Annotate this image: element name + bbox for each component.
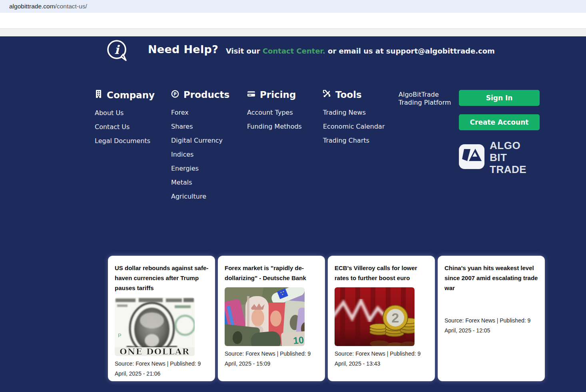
svg-text:P: P	[173, 92, 176, 96]
company-column-title: Company	[107, 90, 155, 100]
algobittrade-logo[interactable]: ALGO BITTRADE	[459, 139, 540, 175]
svg-text:P: P	[118, 332, 122, 338]
pricing-column-header: Pricing	[247, 90, 302, 100]
building-icon	[95, 90, 102, 100]
news-card-title[interactable]: US dollar rebounds against safe-haven cu…	[115, 263, 209, 293]
company-column-header: Company	[95, 90, 155, 100]
footer-link-forex[interactable]: Forex	[171, 109, 229, 116]
footer-column-tools: Tools Trading News Economic Calendar Tra…	[323, 90, 385, 151]
footer-link-shares[interactable]: Shares	[171, 123, 229, 130]
logo-line-1: ALGO BIT	[490, 139, 520, 163]
footer-link-digital-currency[interactable]: Digital Currency	[171, 137, 229, 144]
news-card-source: Source: Forex News | Published: 9 April,…	[335, 349, 429, 369]
news-card-source: Source: Forex News | Published: 9 April,…	[225, 349, 319, 369]
circle-p-icon: P	[171, 90, 179, 100]
news-card-forex-market[interactable]: Forex market is "rapidly de-dollarizing"…	[218, 256, 325, 381]
footer-link-funding-methods[interactable]: Funding Methods	[247, 123, 302, 130]
footer-link-agriculture[interactable]: Agriculture	[171, 193, 229, 200]
footer-link-contact-us[interactable]: Contact Us	[95, 124, 155, 130]
footer-link-indices[interactable]: Indices	[171, 151, 229, 158]
note-ten-numeral: 10	[293, 334, 304, 346]
algobittrade-logo-text: ALGO BITTRADE	[490, 139, 540, 175]
help-text-pre: Visit our	[226, 47, 260, 55]
news-card-china-yuan[interactable]: China's yuan hits weakest level since 20…	[438, 256, 545, 381]
products-column-title: Products	[183, 90, 229, 100]
logo-line-2: TRADE	[490, 163, 526, 175]
platform-label: AlgoBitTrade Trading Platform	[399, 91, 458, 107]
footer-link-legal-documents[interactable]: Legal Documents	[95, 138, 155, 144]
news-card-title[interactable]: ECB's Villeroy calls for lower rates to …	[335, 263, 429, 283]
svg-text:i: i	[114, 43, 120, 57]
rolled-currency-notes-image: 10	[225, 287, 305, 346]
pricing-column-title: Pricing	[260, 90, 296, 100]
tools-icon	[323, 90, 331, 100]
news-card-ecb-villeroy[interactable]: ECB's Villeroy calls for lower rates to …	[328, 256, 435, 381]
need-help-heading: Need Help?	[148, 43, 218, 56]
news-card-title[interactable]: Forex market is "rapidly de-dollarizing"…	[225, 263, 319, 283]
news-card-title[interactable]: China's yuan hits weakest level since 20…	[444, 263, 538, 293]
news-card-row: US dollar rebounds against safe-haven cu…	[108, 256, 545, 381]
footer-link-trading-news[interactable]: Trading News	[323, 109, 385, 116]
footer-link-energies[interactable]: Energies	[171, 165, 229, 172]
url-bar[interactable]: algobittrade.com/contact-us/	[0, 0, 586, 13]
footer-link-economic-calendar[interactable]: Economic Calendar	[323, 123, 385, 130]
create-account-button[interactable]: Create Account	[459, 114, 540, 130]
footer-link-about-us[interactable]: About Us	[95, 110, 155, 116]
footer-link-trading-charts[interactable]: Trading Charts	[323, 137, 385, 144]
news-card-source: Source: Forex News | Published: 9 April,…	[444, 316, 538, 336]
url-path: /contact-us/	[55, 3, 87, 10]
sign-in-button[interactable]: Sign In	[459, 90, 540, 106]
footer-link-metals[interactable]: Metals	[171, 179, 229, 186]
help-text-post: or email us at support@algobittrade.com	[328, 47, 495, 55]
help-text: Visit our Contact Center. or email us at…	[226, 47, 495, 55]
contact-center-link[interactable]: Contact Center.	[263, 47, 325, 55]
news-card-us-dollar[interactable]: US dollar rebounds against safe-haven cu…	[108, 256, 215, 381]
euro-coins-red-chart-image: 2	[335, 287, 415, 346]
footer-link-account-types[interactable]: Account Types	[247, 109, 302, 116]
url-domain: algobittrade.com	[9, 3, 55, 10]
page-divider-strip	[0, 28, 586, 36]
site-footer: i Need Help? Visit our Contact Center. o…	[0, 36, 586, 392]
footer-column-pricing: Pricing Account Types Funding Methods	[247, 90, 302, 137]
footer-actions: Sign In Create Account ALGO BITTRADE	[459, 90, 540, 175]
algobittrade-logo-icon	[459, 144, 484, 171]
footer-column-company: Company About Us Contact Us Legal Docume…	[95, 90, 155, 152]
credit-card-icon	[247, 90, 255, 100]
footer-column-products: P Products Forex Shares Digital Currency…	[171, 90, 229, 207]
dollar-bill-caption: ONE DOLLAR	[120, 346, 190, 356]
tools-column-title: Tools	[335, 90, 362, 100]
tools-column-header: Tools	[323, 90, 385, 100]
products-column-header: P Products	[171, 90, 229, 100]
euro-coin-numeral: 2	[392, 310, 399, 325]
info-bubble-icon: i	[106, 39, 129, 63]
news-card-source: Source: Forex News | Published: 9 April,…	[115, 359, 209, 379]
one-dollar-bill-image: P ONE DOLLAR	[115, 297, 195, 356]
